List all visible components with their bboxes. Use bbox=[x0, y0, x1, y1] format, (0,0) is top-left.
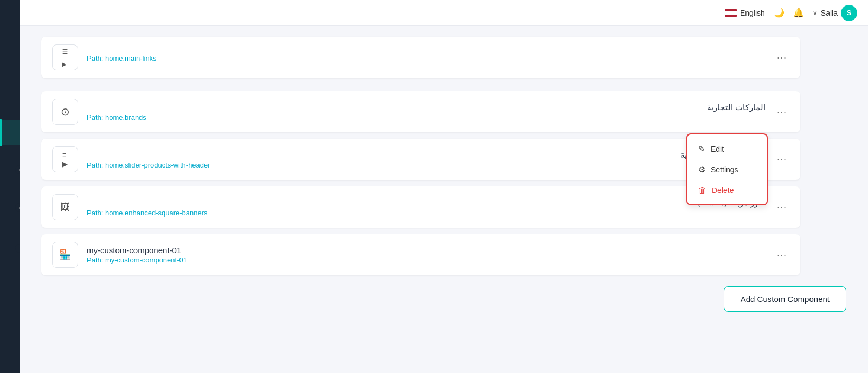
list-item: ≡ ▶ منتجات متحركة مع خلفية Path: home.sl… bbox=[41, 139, 800, 180]
add-custom-component-button[interactable]: Add Custom Component bbox=[724, 286, 846, 312]
user-avatar: S bbox=[841, 5, 857, 21]
language-label: English bbox=[740, 9, 765, 17]
item-path: Path: home.enhanced-square-banners bbox=[87, 209, 766, 217]
item-title: منتجات متحركة مع خلفية bbox=[87, 150, 766, 160]
item-icon: ≡ ▶ bbox=[62, 151, 68, 168]
settings-menu-item[interactable]: ⚙ Settings bbox=[687, 159, 767, 180]
item-info: Path: home.main-links bbox=[87, 53, 766, 62]
notifications-bell[interactable]: 🔔 bbox=[793, 8, 804, 18]
content-area: ≡▶ Path: home.main-links ··· ⊙ الماركات … bbox=[20, 26, 868, 373]
item-title: الماركات التجارية bbox=[87, 102, 766, 112]
item-icon: 🏪 bbox=[59, 249, 71, 261]
item-icon-box: ⊙ bbox=[52, 99, 78, 125]
dark-mode-toggle[interactable]: 🌙 bbox=[774, 8, 785, 18]
component-list: ≡▶ Path: home.main-links ··· ⊙ الماركات … bbox=[41, 37, 800, 275]
item-icon-box: ≡▶ bbox=[52, 44, 78, 70]
edit-menu-item[interactable]: ✎ Edit bbox=[687, 139, 767, 159]
sidebar-active-block bbox=[0, 120, 20, 145]
item-icon-box: 🖼 bbox=[52, 194, 78, 220]
item-icon-box: ≡ ▶ bbox=[52, 146, 78, 172]
list-item: ≡▶ Path: home.main-links ··· bbox=[41, 37, 800, 78]
item-menu-button[interactable]: ··· bbox=[774, 200, 789, 215]
item-menu-button[interactable]: ··· bbox=[774, 50, 789, 65]
item-title: my-custom-component-01 bbox=[87, 246, 766, 255]
topbar: English 🌙 🔔 ∨ Salla S bbox=[20, 0, 868, 26]
delete-icon: 🗑 bbox=[698, 185, 706, 195]
item-menu-button[interactable]: ··· bbox=[774, 247, 789, 262]
list-item: ⊙ الماركات التجارية Path: home.brands ··… bbox=[41, 91, 800, 132]
flag-icon bbox=[725, 9, 737, 17]
user-menu[interactable]: ∨ Salla S bbox=[813, 5, 857, 21]
item-info: الماركات التجارية Path: home.brands bbox=[87, 102, 766, 121]
item-info: منتجات متحركة مع خلفية Path: home.slider… bbox=[87, 150, 766, 169]
delete-menu-item[interactable]: 🗑 Delete bbox=[687, 180, 767, 200]
item-info: صور مربعة (محسنة) Path: home.enhanced-sq… bbox=[87, 198, 766, 217]
item-icon: ⊙ bbox=[61, 105, 70, 118]
username-label: Salla bbox=[821, 9, 838, 17]
list-item: 🏪 my-custom-component-01 Path: my-custom… bbox=[41, 234, 800, 275]
item-icon: 🖼 bbox=[60, 202, 70, 213]
language-selector[interactable]: English bbox=[725, 9, 765, 17]
item-path: Path: my-custom-component-01 bbox=[87, 256, 766, 264]
item-icon: ≡▶ bbox=[62, 46, 68, 69]
edit-icon: ✎ bbox=[698, 144, 705, 154]
user-chevron: ∨ bbox=[813, 9, 818, 17]
delete-label: Delete bbox=[712, 186, 734, 195]
item-path: Path: home.slider-products-with-header bbox=[87, 161, 766, 169]
item-path: Path: home.brands bbox=[87, 113, 766, 121]
edit-label: Edit bbox=[711, 145, 724, 153]
item-title: صور مربعة (محسنة) bbox=[87, 198, 766, 208]
item-info: my-custom-component-01 Path: my-custom-c… bbox=[87, 246, 766, 264]
item-icon-box: 🏪 bbox=[52, 242, 78, 268]
sidebar: › › › bbox=[0, 0, 20, 373]
item-menu-button[interactable]: ··· bbox=[774, 152, 789, 167]
item-menu-button[interactable]: ··· bbox=[774, 104, 789, 119]
settings-label: Settings bbox=[711, 165, 738, 174]
settings-icon: ⚙ bbox=[698, 165, 705, 175]
item-path: Path: home.main-links bbox=[87, 54, 766, 62]
add-button-container: Add Custom Component bbox=[41, 286, 846, 312]
context-menu: ✎ Edit ⚙ Settings 🗑 Delete bbox=[686, 133, 768, 205]
main-content: English 🌙 🔔 ∨ Salla S ≡▶ Path: home.main… bbox=[20, 0, 868, 373]
